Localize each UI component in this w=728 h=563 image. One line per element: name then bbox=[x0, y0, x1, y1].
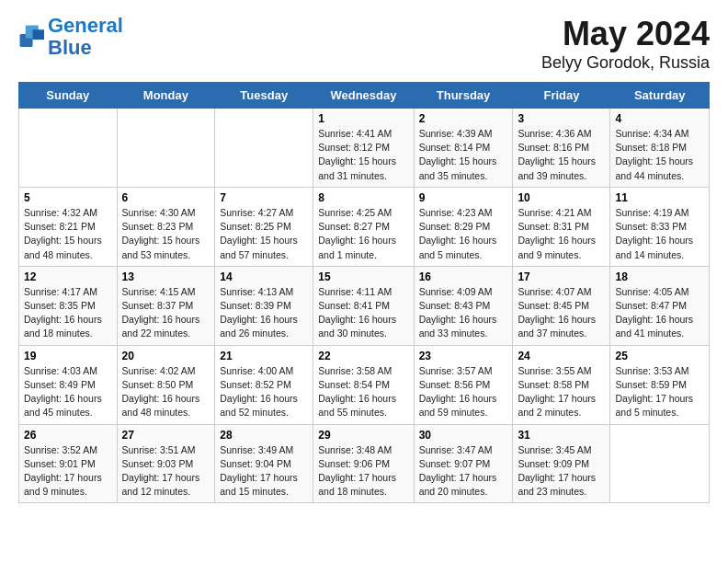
calendar-cell: 12Sunrise: 4:17 AM Sunset: 8:35 PM Dayli… bbox=[19, 266, 118, 345]
calendar-table: SundayMondayTuesdayWednesdayThursdayFrid… bbox=[18, 82, 710, 503]
day-number: 12 bbox=[24, 270, 112, 283]
calendar-cell: 16Sunrise: 4:09 AM Sunset: 8:43 PM Dayli… bbox=[414, 266, 513, 345]
day-number: 4 bbox=[615, 112, 704, 125]
day-info: Sunrise: 4:07 AM Sunset: 8:45 PM Dayligh… bbox=[518, 285, 605, 341]
logo-line1: General bbox=[48, 14, 123, 37]
calendar-cell: 11Sunrise: 4:19 AM Sunset: 8:33 PM Dayli… bbox=[610, 187, 710, 266]
day-number: 11 bbox=[615, 191, 704, 204]
calendar-cell: 27Sunrise: 3:51 AM Sunset: 9:03 PM Dayli… bbox=[117, 424, 215, 503]
calendar-cell: 24Sunrise: 3:55 AM Sunset: 8:58 PM Dayli… bbox=[513, 345, 610, 424]
calendar-cell: 14Sunrise: 4:13 AM Sunset: 8:39 PM Dayli… bbox=[215, 266, 313, 345]
calendar-cell: 17Sunrise: 4:07 AM Sunset: 8:45 PM Dayli… bbox=[513, 266, 610, 345]
calendar-cell: 31Sunrise: 3:45 AM Sunset: 9:09 PM Dayli… bbox=[513, 424, 610, 503]
calendar-header-monday: Monday bbox=[117, 83, 215, 109]
day-number: 17 bbox=[518, 270, 605, 283]
header: General Blue May 2024 Belyy Gorodok, Rus… bbox=[18, 15, 710, 73]
calendar-cell: 1Sunrise: 4:41 AM Sunset: 8:12 PM Daylig… bbox=[313, 109, 414, 188]
calendar-cell: 19Sunrise: 4:03 AM Sunset: 8:49 PM Dayli… bbox=[19, 345, 118, 424]
day-info: Sunrise: 3:47 AM Sunset: 9:07 PM Dayligh… bbox=[419, 443, 508, 500]
day-info: Sunrise: 3:55 AM Sunset: 8:58 PM Dayligh… bbox=[518, 364, 605, 420]
logo-icon bbox=[18, 24, 44, 50]
logo-line2: Blue bbox=[48, 36, 92, 59]
calendar-cell: 3Sunrise: 4:36 AM Sunset: 8:16 PM Daylig… bbox=[513, 109, 610, 188]
day-info: Sunrise: 4:05 AM Sunset: 8:47 PM Dayligh… bbox=[615, 285, 704, 341]
calendar-cell: 8Sunrise: 4:25 AM Sunset: 8:27 PM Daylig… bbox=[313, 187, 414, 266]
day-info: Sunrise: 4:34 AM Sunset: 8:18 PM Dayligh… bbox=[615, 127, 704, 183]
day-info: Sunrise: 3:51 AM Sunset: 9:03 PM Dayligh… bbox=[122, 443, 210, 500]
calendar-cell: 26Sunrise: 3:52 AM Sunset: 9:01 PM Dayli… bbox=[19, 424, 118, 503]
day-number: 18 bbox=[615, 270, 704, 283]
day-number: 5 bbox=[24, 191, 112, 204]
calendar-cell bbox=[19, 109, 118, 188]
page: General Blue May 2024 Belyy Gorodok, Rus… bbox=[0, 0, 728, 518]
day-info: Sunrise: 3:58 AM Sunset: 8:54 PM Dayligh… bbox=[318, 364, 408, 420]
calendar-cell: 30Sunrise: 3:47 AM Sunset: 9:07 PM Dayli… bbox=[414, 424, 513, 503]
main-title: May 2024 bbox=[541, 15, 710, 53]
day-info: Sunrise: 3:57 AM Sunset: 8:56 PM Dayligh… bbox=[419, 364, 508, 420]
calendar-cell: 2Sunrise: 4:39 AM Sunset: 8:14 PM Daylig… bbox=[414, 109, 513, 188]
day-info: Sunrise: 4:36 AM Sunset: 8:16 PM Dayligh… bbox=[518, 127, 605, 183]
calendar-cell: 25Sunrise: 3:53 AM Sunset: 8:59 PM Dayli… bbox=[610, 345, 710, 424]
day-info: Sunrise: 4:32 AM Sunset: 8:21 PM Dayligh… bbox=[24, 206, 112, 262]
day-number: 6 bbox=[122, 191, 210, 204]
day-number: 28 bbox=[220, 429, 308, 442]
day-number: 15 bbox=[318, 270, 408, 283]
day-info: Sunrise: 4:02 AM Sunset: 8:50 PM Dayligh… bbox=[122, 364, 210, 420]
calendar-cell: 28Sunrise: 3:49 AM Sunset: 9:04 PM Dayli… bbox=[215, 424, 313, 503]
day-info: Sunrise: 4:15 AM Sunset: 8:37 PM Dayligh… bbox=[122, 285, 210, 341]
calendar-cell: 6Sunrise: 4:30 AM Sunset: 8:23 PM Daylig… bbox=[117, 187, 215, 266]
day-number: 31 bbox=[518, 429, 605, 442]
day-info: Sunrise: 4:17 AM Sunset: 8:35 PM Dayligh… bbox=[24, 285, 112, 341]
day-number: 20 bbox=[122, 350, 210, 362]
day-info: Sunrise: 4:27 AM Sunset: 8:25 PM Dayligh… bbox=[220, 206, 308, 262]
day-number: 19 bbox=[24, 350, 112, 362]
subtitle: Belyy Gorodok, Russia bbox=[541, 53, 710, 73]
calendar-cell: 18Sunrise: 4:05 AM Sunset: 8:47 PM Dayli… bbox=[610, 266, 710, 345]
day-number: 14 bbox=[220, 270, 308, 283]
day-number: 3 bbox=[518, 112, 605, 125]
day-number: 13 bbox=[122, 270, 210, 283]
day-number: 26 bbox=[24, 429, 112, 442]
day-number: 8 bbox=[318, 191, 408, 204]
day-number: 7 bbox=[220, 191, 308, 204]
logo: General Blue bbox=[18, 15, 123, 59]
calendar-cell: 7Sunrise: 4:27 AM Sunset: 8:25 PM Daylig… bbox=[215, 187, 313, 266]
day-info: Sunrise: 3:52 AM Sunset: 9:01 PM Dayligh… bbox=[24, 443, 112, 500]
calendar-cell: 9Sunrise: 4:23 AM Sunset: 8:29 PM Daylig… bbox=[414, 187, 513, 266]
day-number: 24 bbox=[518, 350, 605, 362]
calendar-week-4: 19Sunrise: 4:03 AM Sunset: 8:49 PM Dayli… bbox=[19, 345, 710, 424]
day-info: Sunrise: 4:41 AM Sunset: 8:12 PM Dayligh… bbox=[318, 127, 408, 183]
calendar-cell bbox=[610, 424, 710, 503]
calendar-header-wednesday: Wednesday bbox=[313, 83, 414, 109]
day-number: 30 bbox=[419, 429, 508, 442]
calendar-cell: 20Sunrise: 4:02 AM Sunset: 8:50 PM Dayli… bbox=[117, 345, 215, 424]
calendar-header-row: SundayMondayTuesdayWednesdayThursdayFrid… bbox=[19, 83, 710, 109]
day-number: 9 bbox=[419, 191, 508, 204]
calendar-header-saturday: Saturday bbox=[610, 83, 710, 109]
day-info: Sunrise: 4:25 AM Sunset: 8:27 PM Dayligh… bbox=[318, 206, 408, 262]
calendar-cell: 22Sunrise: 3:58 AM Sunset: 8:54 PM Dayli… bbox=[313, 345, 414, 424]
day-info: Sunrise: 4:03 AM Sunset: 8:49 PM Dayligh… bbox=[24, 364, 112, 420]
calendar-week-5: 26Sunrise: 3:52 AM Sunset: 9:01 PM Dayli… bbox=[19, 424, 710, 503]
day-number: 1 bbox=[318, 112, 408, 125]
svg-marker-2 bbox=[33, 29, 44, 40]
day-info: Sunrise: 4:21 AM Sunset: 8:31 PM Dayligh… bbox=[518, 206, 605, 262]
day-info: Sunrise: 4:39 AM Sunset: 8:14 PM Dayligh… bbox=[419, 127, 508, 183]
day-number: 27 bbox=[122, 429, 210, 442]
calendar-cell: 13Sunrise: 4:15 AM Sunset: 8:37 PM Dayli… bbox=[117, 266, 215, 345]
day-info: Sunrise: 3:48 AM Sunset: 9:06 PM Dayligh… bbox=[318, 443, 408, 500]
day-info: Sunrise: 4:19 AM Sunset: 8:33 PM Dayligh… bbox=[615, 206, 704, 262]
calendar-week-1: 1Sunrise: 4:41 AM Sunset: 8:12 PM Daylig… bbox=[19, 109, 710, 188]
day-number: 25 bbox=[615, 350, 704, 362]
calendar-week-2: 5Sunrise: 4:32 AM Sunset: 8:21 PM Daylig… bbox=[19, 187, 710, 266]
day-number: 10 bbox=[518, 191, 605, 204]
calendar-cell: 15Sunrise: 4:11 AM Sunset: 8:41 PM Dayli… bbox=[313, 266, 414, 345]
day-info: Sunrise: 4:30 AM Sunset: 8:23 PM Dayligh… bbox=[122, 206, 210, 262]
day-info: Sunrise: 3:45 AM Sunset: 9:09 PM Dayligh… bbox=[518, 443, 605, 500]
day-info: Sunrise: 4:09 AM Sunset: 8:43 PM Dayligh… bbox=[419, 285, 508, 341]
calendar-cell: 10Sunrise: 4:21 AM Sunset: 8:31 PM Dayli… bbox=[513, 187, 610, 266]
day-info: Sunrise: 3:49 AM Sunset: 9:04 PM Dayligh… bbox=[220, 443, 308, 500]
day-info: Sunrise: 4:11 AM Sunset: 8:41 PM Dayligh… bbox=[318, 285, 408, 341]
calendar-cell bbox=[215, 109, 313, 188]
day-number: 16 bbox=[419, 270, 508, 283]
